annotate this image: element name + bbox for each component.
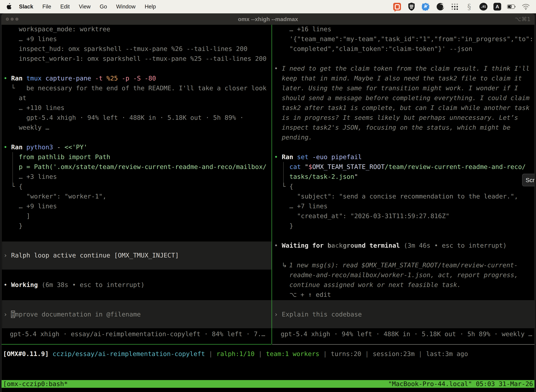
- squiggle-icon[interactable]: §: [465, 2, 474, 11]
- text-segment: set: [297, 153, 312, 160]
- text-segment: ↳: [282, 261, 289, 269]
- badge-61-icon[interactable]: ..61: [479, 3, 488, 10]
- text-segment: inspect task2's JSON, focusing on the st…: [282, 124, 510, 131]
- menu-item-help[interactable]: Help: [145, 4, 156, 10]
- text-segment: %25: [106, 75, 122, 82]
- text-segment: ›: [274, 311, 282, 318]
- text-segment: |: [415, 350, 426, 357]
- text-segment: •: [274, 153, 282, 160]
- text-segment: }: [4, 222, 23, 229]
- text-segment: turns:20: [331, 350, 361, 357]
- text-segment: gpt-5.4 xhigh · 94% left · 488K in · 5.1…: [281, 330, 532, 338]
- menu-item-go[interactable]: Go: [100, 4, 107, 10]
- crescent-circle-icon[interactable]: [436, 2, 445, 11]
- pane-divider-horizontal-right[interactable]: [272, 344, 534, 345]
- menubar-status-icons: § ..61 A: [393, 2, 530, 11]
- window-shortcut-hint: ⌥⌘1: [515, 14, 531, 25]
- close-button[interactable]: [6, 18, 9, 21]
- session-status-line: gpt-5.4 xhigh · essay/ai-reimplementatio…: [10, 329, 265, 339]
- terminal-line: "subject": "send a concise recommendatio…: [274, 191, 518, 201]
- text-segment: Working: [11, 281, 42, 288]
- text-segment: cat: [289, 163, 305, 170]
- terminal-content: workspace_mode: worktree … +9 lines insp…: [2, 25, 534, 392]
- terminal-line: inspect_worker-1: omx sparkshell --tmux-…: [4, 54, 267, 64]
- text-segment: -p -S -80: [122, 75, 156, 82]
- terminal-line: }: [4, 221, 23, 231]
- traffic-lights: [6, 18, 19, 21]
- text-segment: [274, 84, 282, 92]
- letter-a-icon[interactable]: A: [493, 3, 501, 10]
- text-segment: last:3m ago: [426, 350, 468, 357]
- text-segment: └ {: [274, 183, 293, 190]
- pane-divider-horizontal-left[interactable]: [2, 344, 272, 345]
- active-app-name[interactable]: Slack: [19, 4, 33, 10]
- text-segment: "worker": "worker-1",: [4, 193, 106, 200]
- text-segment: "subject": "send a concise recommendatio…: [274, 193, 518, 200]
- text-segment: Ran: [11, 75, 26, 82]
- pane-divider-vertical[interactable]: [272, 25, 272, 344]
- terminal-line: • I need to get the claim token from the…: [274, 64, 530, 73]
- text-segment: ›: [4, 252, 11, 259]
- dots-grid-icon[interactable]: [450, 2, 459, 11]
- zoom-button[interactable]: [15, 18, 19, 21]
- text-segment: … +16 lines: [274, 25, 331, 33]
- chat-bubble-icon[interactable]: [393, 2, 401, 11]
- wifi-icon[interactable]: [522, 2, 530, 11]
- text-segment: ⌥: [289, 291, 297, 298]
- blue-bolt-icon[interactable]: [422, 2, 430, 11]
- terminal-line: weekly …: [4, 123, 49, 132]
- terminal-line: }: [274, 221, 293, 231]
- text-segment: └ {: [4, 183, 23, 190]
- terminal-line: from pathlib import Path: [4, 152, 110, 162]
- terminal-line: inspect_hud: omx sparkshell --tmux-pane …: [4, 44, 247, 54]
- terminal-line: keep that in mind. Maybe I also need the…: [274, 73, 522, 83]
- text-segment: keep that in mind. Maybe I also need the…: [282, 75, 522, 82]
- text-segment: capture-pane: [45, 75, 95, 82]
- text-segment: /team/review-current-readme-and-reco/: [385, 163, 526, 170]
- text-segment: <<'PY': [65, 144, 87, 151]
- terminal-line: readme-and-reco/mailbox/worker-1.json, a…: [274, 270, 518, 280]
- terminal-line: is in progress? It seems likely but perh…: [274, 113, 518, 123]
- text-segment: •: [4, 75, 11, 82]
- text-segment: [274, 173, 289, 180]
- apple-icon[interactable]: [6, 3, 12, 10]
- prompt-input-line[interactable]: › Improve documentation in @filename: [4, 309, 141, 319]
- text-segment: [274, 94, 282, 102]
- text-segment: }: [274, 222, 293, 229]
- text-segment: session:23m: [373, 350, 415, 357]
- text-segment: task2 after task1 is complete, but can I…: [282, 104, 530, 111]
- text-segment: should send a message before completing …: [282, 94, 530, 102]
- tmux-session-label[interactable]: [omx-cczip0:bash*: [3, 380, 68, 388]
- input-placeholder: Explain this codebase: [282, 311, 362, 318]
- text-segment: gpt-5.4 xhigh · essay/ai-reimplementatio…: [10, 330, 265, 338]
- text-segment: gpt-5.4 xhigh · 94% left · 488K in · 5.1…: [4, 114, 244, 121]
- prompt-input-line[interactable]: › Explain this codebase: [274, 309, 362, 319]
- window-title-bar[interactable]: omx --xhigh --madmax ⌥⌘1: [2, 14, 534, 25]
- menu-item-window[interactable]: Window: [116, 4, 135, 10]
- text-segment: '{"team_name":"my-team","task_id":"1","f…: [274, 35, 533, 42]
- text-segment: -: [57, 144, 64, 151]
- text-segment: weekly …: [4, 124, 49, 131]
- terminal-line: "created_at": "2026-03-31T11:59:27.816Z": [274, 211, 450, 221]
- text-segment: I need to get the claim token from the c…: [282, 65, 530, 72]
- text-segment: pending.: [282, 134, 312, 141]
- minimize-button[interactable]: [10, 18, 14, 21]
- battery-icon[interactable]: [507, 2, 516, 11]
- text-segment: 1 new msg(s): read $OMX_TEAM_STATE_ROOT/…: [289, 261, 518, 269]
- text-segment: -euo pipefail: [312, 153, 362, 160]
- menu-item-file[interactable]: File: [42, 4, 51, 10]
- waiting-status-line: • Waiting for background terminal (3m 46…: [274, 241, 507, 250]
- text-segment: Ralph loop active continue [OMX_TMUX_INJ…: [11, 252, 179, 259]
- text-segment: $: [308, 163, 312, 170]
- text-segment: "completed","claim_token":"claim-token"}…: [274, 45, 472, 52]
- terminal-line: └ be necessary for the end of the README…: [4, 83, 267, 93]
- menu-item-edit[interactable]: Edit: [60, 4, 70, 10]
- menu-item-view[interactable]: View: [79, 4, 91, 10]
- text-segment: |: [255, 350, 266, 357]
- text-segment: "created_at": "2026-03-31T11:59:27.816Z": [274, 212, 450, 219]
- terminal-line: … +16 lines: [274, 25, 331, 34]
- text-segment: … +3 lines: [4, 173, 57, 180]
- text-segment: at: [4, 94, 26, 102]
- shield-grid-icon[interactable]: [407, 2, 416, 11]
- text-segment: workspace_mode: worktree: [4, 25, 110, 33]
